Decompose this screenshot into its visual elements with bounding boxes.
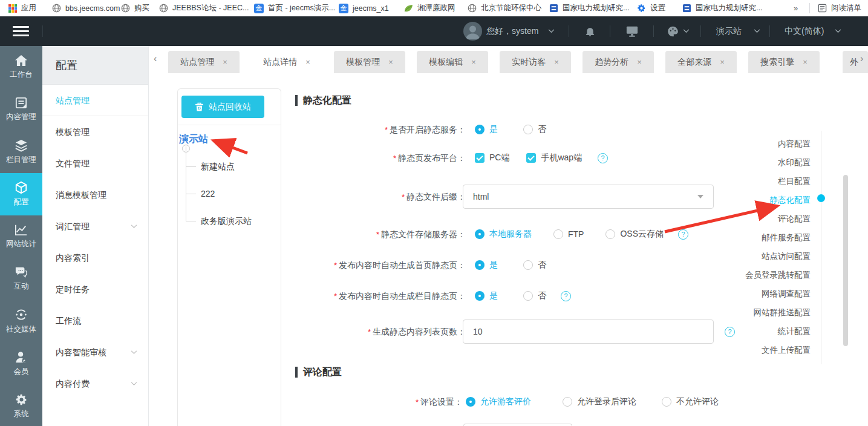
static-suffix-select[interactable]: html [463, 185, 714, 209]
tab-search-engine[interactable]: 搜索引擎× [748, 51, 820, 73]
anchor-comment-config[interactable]: 评论配置 [702, 209, 811, 228]
tab-partial[interactable]: 外 [843, 51, 868, 73]
tab-realtime-visitors[interactable]: 实时访客× [500, 51, 571, 73]
submenu-item-template-management[interactable]: 模板管理 [42, 116, 148, 148]
tab-all-sources[interactable]: 全部来源× [665, 51, 737, 73]
anchor-watermark-config[interactable]: 水印配置 [702, 153, 811, 172]
close-icon[interactable]: × [637, 57, 642, 67]
radio-unselected[interactable] [605, 229, 615, 239]
sidebar-item-interaction[interactable]: 互动 [0, 258, 42, 300]
anchor-statistics-config[interactable]: 统计配置 [702, 322, 811, 341]
anchor-survey-config[interactable]: 网络调查配置 [702, 284, 811, 303]
tab-scroll-left-icon[interactable]: ‹ [154, 53, 157, 64]
anchor-site-access-config[interactable]: 站点访问配置 [702, 247, 811, 266]
bookmark-settings[interactable]: 设置 [637, 0, 665, 16]
checkbox-checked[interactable] [475, 153, 485, 163]
anchor-static-config[interactable]: 静态化配置 [702, 191, 811, 209]
submenu-item-workflow[interactable]: 工作流 [42, 305, 148, 336]
site-switcher[interactable]: 演示站 [716, 16, 760, 46]
sidebar-item-channels[interactable]: 栏目管理 [0, 131, 42, 173]
submenu-item-scheduled-tasks[interactable]: 定时任务 [42, 274, 148, 305]
help-icon[interactable]: ? [561, 291, 571, 301]
close-icon[interactable]: × [305, 57, 310, 67]
radio-unselected[interactable] [662, 397, 671, 407]
checkbox-checked[interactable] [526, 153, 536, 163]
reading-list-button[interactable]: 阅读清单 [818, 0, 861, 16]
user-menu[interactable]: 您好，system [486, 16, 555, 46]
notifications-button[interactable] [584, 16, 596, 46]
close-icon[interactable]: × [554, 57, 559, 67]
bookmark-apps[interactable]: 应用 [8, 0, 36, 16]
sidebar-item-content[interactable]: 内容管理 [0, 88, 42, 131]
submenu-item-paid-content[interactable]: 内容付费 [42, 368, 148, 399]
radio-selected[interactable] [475, 260, 485, 270]
tab-template-edit[interactable]: 模板编辑× [417, 51, 488, 73]
anchor-site-push-config[interactable]: 网站群推送配置 [702, 303, 811, 322]
bookmarks-overflow-chevron[interactable]: » [794, 0, 798, 16]
content-scrollbar[interactable] [843, 175, 848, 346]
bookmark-jeecms-home[interactable]: 金 首页 - jeecms演示... [254, 0, 335, 16]
radio-selected[interactable] [475, 125, 485, 134]
sidebar-item-social-media[interactable]: 社交媒体 [0, 300, 42, 342]
tree-connector [186, 153, 186, 221]
radio-unselected[interactable] [523, 125, 533, 134]
bookmark-xiangtan[interactable]: 湘潭廉政网 [403, 0, 455, 16]
avatar[interactable] [463, 22, 482, 41]
tab-scroll-right-icon[interactable]: › [860, 53, 863, 64]
close-icon[interactable]: × [471, 57, 476, 67]
tree-root-site[interactable]: 演示站 [179, 133, 208, 146]
anchor-content-config[interactable]: 内容配置 [702, 134, 811, 153]
tree-child-site[interactable]: 政务版演示站 [201, 216, 252, 227]
tab-trend-analysis[interactable]: 趋势分析× [582, 51, 654, 73]
anchor-file-upload-config[interactable]: 文件上传配置 [702, 341, 811, 359]
static-list-pages-input[interactable] [463, 320, 714, 344]
site-recycle-button[interactable]: 站点回收站 [181, 96, 264, 118]
radio-unselected[interactable] [563, 397, 572, 407]
bookmark-jeebbs[interactable]: JEEBBS论坛 - JEEC... [159, 0, 249, 16]
tree-child-site[interactable]: 222 [201, 189, 215, 198]
tree-child-site[interactable]: 新建站点 [201, 162, 235, 172]
sidebar-item-members[interactable]: 会员 [0, 342, 42, 385]
radio-unselected[interactable] [523, 260, 533, 270]
tab-template-management[interactable]: 模板管理× [334, 51, 405, 73]
tab-site-management[interactable]: 站点管理× [168, 51, 240, 73]
radio-selected[interactable] [475, 229, 485, 239]
bookmark-beijing[interactable]: 北京节能环保中心 [468, 0, 541, 16]
close-icon[interactable]: × [223, 57, 227, 67]
bookmark-buy[interactable]: 购买 [121, 0, 149, 16]
anchor-channel-config[interactable]: 栏目配置 [702, 172, 811, 191]
tab-site-detail[interactable]: 站点详情× [251, 51, 322, 73]
language-switcher[interactable]: 中文(简体) [785, 16, 841, 46]
sidebar-item-workbench[interactable]: 工作台 [0, 46, 42, 88]
bookmark-bbs[interactable]: bbs.jeecms.com [52, 0, 120, 16]
anchor-member-login-config[interactable]: 会员登录跳转配置 [702, 266, 811, 284]
radio-unselected[interactable] [553, 229, 563, 239]
bookmark-power-research-2[interactable]: 国家电力规划研究... [682, 0, 762, 16]
close-icon[interactable]: × [803, 57, 808, 67]
sidebar-item-config[interactable]: 配置 [0, 173, 42, 215]
submenu-item-message-template[interactable]: 消息模板管理 [42, 179, 148, 211]
header-divider [700, 25, 701, 37]
sidebar-item-system[interactable]: 系统 [0, 385, 42, 426]
menu-toggle-icon[interactable] [13, 26, 29, 39]
bookmark-jeecms-x1[interactable]: 金 jeecms_x1 [339, 0, 389, 16]
theme-menu[interactable] [667, 16, 690, 46]
close-icon[interactable]: × [720, 57, 725, 67]
tree-collapse-icon[interactable] [182, 145, 190, 152]
submenu-item-site-management[interactable]: 站点管理 [42, 85, 148, 116]
submenu-item-content-index[interactable]: 内容索引 [42, 242, 148, 274]
bookmark-power-research-1[interactable]: 国家电力规划研究... [549, 0, 629, 16]
monitor-button[interactable] [625, 16, 639, 46]
help-icon[interactable]: ? [678, 229, 688, 240]
next-field-input-partial[interactable] [463, 424, 572, 426]
radio-selected[interactable] [475, 291, 485, 301]
help-icon[interactable]: ? [598, 153, 608, 163]
anchor-mail-config[interactable]: 邮件服务配置 [702, 228, 811, 247]
radio-selected[interactable] [466, 397, 475, 407]
close-icon[interactable]: × [388, 57, 393, 67]
submenu-item-ai-review[interactable]: 内容智能审核 [42, 336, 148, 368]
sidebar-item-statistics[interactable]: 网站统计 [0, 215, 42, 258]
submenu-item-vocabulary[interactable]: 词汇管理 [42, 211, 148, 242]
submenu-item-file-management[interactable]: 文件管理 [42, 148, 148, 179]
radio-unselected[interactable] [523, 291, 533, 301]
